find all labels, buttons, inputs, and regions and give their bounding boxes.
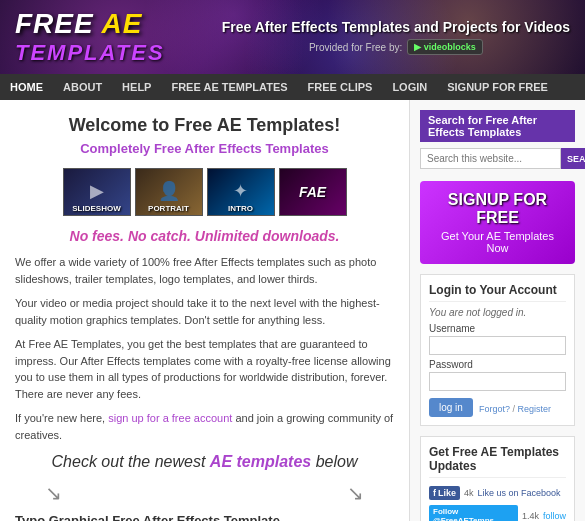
videoblocks-badge: ▶ videoblocks: [407, 39, 483, 55]
login-section: Login to Your Account You are not logged…: [420, 274, 575, 426]
fb-icon: f: [433, 488, 436, 498]
template-title: Typo Graphical Free After Effects Templa…: [15, 513, 394, 521]
thumb-icon-1: ▶: [90, 180, 104, 202]
search-input[interactable]: [420, 148, 561, 169]
sidebar: Search for Free After Effects Templates …: [410, 100, 585, 521]
tw-follow-button[interactable]: Follow @FreeAETemps: [429, 505, 518, 521]
check-out-text: Check out the newest AE templates below: [15, 453, 394, 471]
ae-templates-link[interactable]: AE templates: [210, 453, 311, 470]
logo-free-ae: FREE AE: [15, 8, 165, 40]
arrows-decoration: ↙ ↘: [15, 481, 394, 505]
login-title: Login to Your Account: [429, 283, 566, 302]
thumb-icon-3: ✦: [233, 180, 248, 202]
nav-login[interactable]: LOGIN: [382, 74, 437, 100]
thumb-fae-text: FAE: [299, 184, 326, 200]
thumb-label-1: SLIDESHOW: [64, 204, 130, 213]
main-layout: Welcome to Free AE Templates! Completely…: [0, 100, 585, 521]
nav-home[interactable]: HOME: [0, 74, 53, 100]
login-links: Forgot? / Register: [479, 404, 551, 414]
thumb-icon-2: 👤: [158, 180, 180, 202]
body-para-3: At Free AE Templates, you get the best t…: [15, 336, 394, 402]
signup-banner-sub: Get Your AE Templates Now: [430, 230, 565, 254]
thumbnail-4[interactable]: FAE: [279, 168, 347, 216]
signup-banner-title: SIGNUP FOR FREE: [430, 191, 565, 227]
fb-like-page-label: Like us on Facebook: [478, 488, 561, 498]
header-right: Free After Effects Templates and Project…: [222, 19, 570, 55]
thumbnail-3[interactable]: ✦ INTRO: [207, 168, 275, 216]
welcome-title: Welcome to Free AE Templates!: [15, 115, 394, 136]
arrow-left: ↙: [45, 481, 62, 505]
password-input[interactable]: [429, 372, 566, 391]
nav-about[interactable]: ABOUT: [53, 74, 112, 100]
no-fees-text: No fees. No catch. Unlimited downloads.: [15, 228, 394, 244]
header-provided: Provided for Free by: ▶ videoblocks: [222, 39, 570, 55]
password-label: Password: [429, 359, 566, 370]
search-box: SEARCH: [420, 148, 575, 169]
videoblocks-label: ▶ videoblocks: [414, 42, 476, 52]
login-button[interactable]: log in: [429, 398, 473, 417]
site-header: FREE AE TEMPLATES Free After Effects Tem…: [0, 0, 585, 74]
username-input[interactable]: [429, 336, 566, 355]
fb-count2: 4k: [464, 488, 474, 498]
thumbnails-row: ▶ SLIDESHOW 👤 PORTRAIT ✦ INTRO FAE: [15, 168, 394, 216]
thumb-label-2: PORTRAIT: [136, 204, 202, 213]
nav-free-ae-templates[interactable]: FREE AE TEMPLATES: [161, 74, 297, 100]
site-logo: FREE AE TEMPLATES: [15, 8, 165, 66]
forgot-link[interactable]: Forgot?: [479, 404, 510, 414]
fb-like-label2: Like: [438, 488, 456, 498]
thumbnail-1[interactable]: ▶ SLIDESHOW: [63, 168, 131, 216]
signup-link[interactable]: sign up for a free account: [108, 412, 232, 424]
fb-updates-row: f Like 4k Like us on Facebook: [429, 486, 566, 500]
header-tagline: Free After Effects Templates and Project…: [222, 19, 570, 35]
arrow-right: ↘: [347, 481, 364, 505]
provided-label: Provided for Free by:: [309, 42, 402, 53]
body-para-4: If you're new here, sign up for a free a…: [15, 410, 394, 443]
logo-templates-text: TEMPLATES: [15, 40, 165, 66]
thumb-label-3: INTRO: [208, 204, 274, 213]
tw-count: 1.4k: [522, 511, 539, 521]
username-label: Username: [429, 323, 566, 334]
main-nav: HOME ABOUT HELP FREE AE TEMPLATES FREE C…: [0, 74, 585, 100]
body-para-2: Your video or media project should take …: [15, 295, 394, 328]
tw-follow-label: follow: [543, 511, 566, 521]
search-section: Search for Free After Effects Templates …: [420, 110, 575, 169]
search-section-title: Search for Free After Effects Templates: [420, 110, 575, 142]
nav-signup[interactable]: SIGNUP FOR FREE: [437, 74, 558, 100]
tw-updates-row: Follow @FreeAETemps 1.4k follow: [429, 505, 566, 521]
welcome-subtitle: Completely Free After Effects Templates: [15, 141, 394, 156]
page-wrapper: FREE AE TEMPLATES Free After Effects Tem…: [0, 0, 585, 521]
signup-banner[interactable]: SIGNUP FOR FREE Get Your AE Templates No…: [420, 181, 575, 264]
nav-free-clips[interactable]: FREE CLIPS: [298, 74, 383, 100]
updates-title: Get Free AE Templates Updates: [429, 445, 566, 478]
search-button[interactable]: SEARCH: [561, 148, 585, 169]
thumbnail-2[interactable]: 👤 PORTRAIT: [135, 168, 203, 216]
body-para-1: We offer a wide variety of 100% free Aft…: [15, 254, 394, 287]
login-status: You are not logged in.: [429, 307, 566, 318]
register-link[interactable]: Register: [517, 404, 551, 414]
updates-section: Get Free AE Templates Updates f Like 4k …: [420, 436, 575, 521]
fb-page-button[interactable]: f Like: [429, 486, 460, 500]
nav-help[interactable]: HELP: [112, 74, 161, 100]
content-area: Welcome to Free AE Templates! Completely…: [0, 100, 410, 521]
logo-ae-text: AE: [101, 8, 142, 39]
